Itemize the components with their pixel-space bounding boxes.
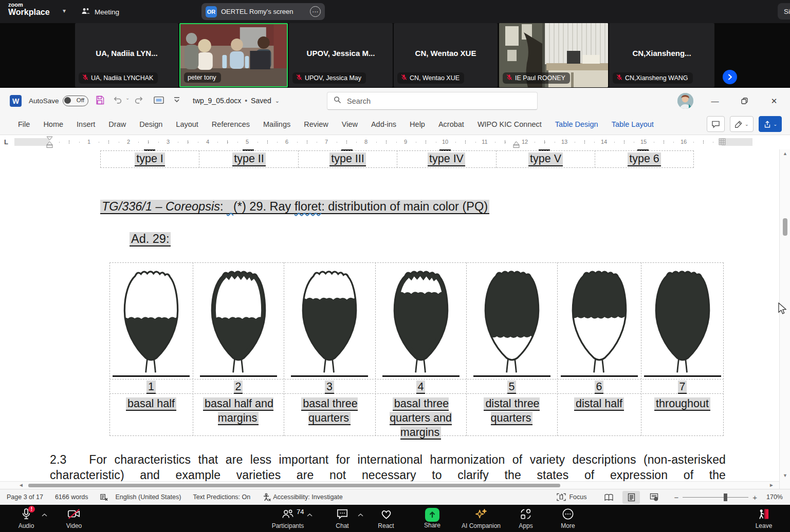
ruler-dots xyxy=(59,142,715,143)
participant-tile[interactable]: UPOV, Jessica M... UPOV, Jessica May xyxy=(289,23,393,87)
focus-button[interactable]: Focus xyxy=(557,493,586,501)
tab-file[interactable]: File xyxy=(11,120,36,128)
scroll-left-arrow[interactable]: ◄ xyxy=(19,482,24,488)
chat-button[interactable]: Chat xyxy=(319,506,366,531)
user-avatar[interactable] xyxy=(677,93,693,109)
minimize-button[interactable]: — xyxy=(703,88,727,114)
read-mode-button[interactable] xyxy=(600,491,617,504)
zoom-level[interactable]: 170% xyxy=(766,493,783,501)
restore-button[interactable] xyxy=(732,88,756,114)
print-layout-button[interactable] xyxy=(622,491,640,504)
figure-number: 7 xyxy=(641,380,724,394)
zoom-slider-thumb[interactable] xyxy=(724,493,727,501)
horizontal-scrollbar[interactable]: ◄ ► xyxy=(0,481,779,489)
autosave-toggle[interactable]: Off xyxy=(63,96,88,106)
zoom-in-icon[interactable]: + xyxy=(752,493,757,502)
tab-references[interactable]: References xyxy=(205,120,256,128)
chevron-down-icon[interactable]: ▾ xyxy=(63,7,66,14)
audio-button[interactable]: ! Audio xyxy=(3,506,50,531)
participant-tile-video[interactable]: peter tony xyxy=(179,23,288,87)
people-icon xyxy=(81,7,90,17)
reading-mode-icon[interactable] xyxy=(153,95,164,105)
spellcheck-squiggle xyxy=(227,200,233,213)
tab-meeting[interactable]: Meeting xyxy=(81,4,119,20)
scroll-up-arrow[interactable]: ▲ xyxy=(780,151,790,156)
search-box[interactable] xyxy=(327,92,538,110)
search-input[interactable] xyxy=(346,97,531,106)
tab-insert[interactable]: Insert xyxy=(70,120,102,128)
tab-home[interactable]: Home xyxy=(36,120,70,128)
muted-mic-icon xyxy=(616,74,622,82)
petal-drawing-basal-three-quarters-margins xyxy=(375,263,466,380)
redo-icon[interactable] xyxy=(133,95,144,105)
zoom-slider[interactable]: − + xyxy=(674,493,757,502)
horizontal-scroll-thumb[interactable] xyxy=(28,484,560,487)
tab-stop-selector[interactable]: L xyxy=(4,138,8,146)
figure-number: 3 xyxy=(284,380,375,394)
close-button[interactable]: ✕ xyxy=(762,88,786,114)
tab-draw[interactable]: Draw xyxy=(102,120,133,128)
video-button[interactable]: Video xyxy=(50,506,98,531)
scroll-down-arrow[interactable]: ▼ xyxy=(780,473,790,478)
participant-badge: IE Paul ROONEY xyxy=(503,72,570,84)
tab-addins[interactable]: Add-ins xyxy=(364,120,403,128)
participant-tile[interactable]: CN,Xiansheng... CN,Xiansheng WANG xyxy=(609,23,714,87)
participant-tile[interactable]: CN, Wentao XUE CN, Wentao XUE xyxy=(394,23,498,87)
share-button[interactable]: ⌄ xyxy=(759,116,782,132)
figure-label: basal half xyxy=(109,394,193,411)
next-participants-button[interactable] xyxy=(723,70,737,84)
editing-mode-button[interactable]: ⌄ xyxy=(730,116,754,132)
vertical-scrollbar[interactable]: ▲ ▼ xyxy=(779,149,790,489)
react-button[interactable]: React xyxy=(362,506,410,531)
word-count[interactable]: 6166 words xyxy=(55,493,88,501)
share-screen-button[interactable]: Share xyxy=(409,506,456,531)
tab-layout[interactable]: Layout xyxy=(169,120,205,128)
table-cell: type V xyxy=(496,151,595,167)
comments-button[interactable] xyxy=(707,116,725,132)
document-title[interactable]: twp_9_05.docx • Saved ⌄ xyxy=(193,97,280,105)
tab-shared-screen[interactable]: OR OERTEL Romy's screen ⋯ xyxy=(201,3,325,20)
tab-design[interactable]: Design xyxy=(133,120,169,128)
zoom-out-icon[interactable]: − xyxy=(674,493,678,502)
vertical-scroll-thumb[interactable] xyxy=(783,218,787,236)
scroll-right-arrow[interactable]: ► xyxy=(769,482,774,488)
indent-marker[interactable] xyxy=(46,136,53,148)
accessibility-status[interactable]: Accessibility: Investigate xyxy=(273,493,342,501)
page-indicator[interactable]: Page 3 of 17 xyxy=(7,493,43,501)
right-indent-marker[interactable] xyxy=(512,141,520,148)
tab-mailings[interactable]: Mailings xyxy=(256,120,297,128)
tab-help[interactable]: Help xyxy=(403,120,432,128)
participant-tile-video[interactable]: IE Paul ROONEY xyxy=(499,23,608,87)
leave-button[interactable]: Leave xyxy=(740,506,787,531)
tab-review[interactable]: Review xyxy=(297,120,335,128)
accessibility-icon[interactable] xyxy=(263,493,271,502)
audio-chevron-icon[interactable] xyxy=(41,513,48,517)
document-canvas: type I type II type III type IV type V t… xyxy=(0,149,779,481)
customize-toolbar-icon[interactable] xyxy=(173,95,181,104)
tab-table-layout[interactable]: Table Layout xyxy=(605,120,660,128)
tab-wipo-kic-connect[interactable]: WIPO KIC Connect xyxy=(471,120,548,128)
more-button[interactable]: More xyxy=(544,506,592,531)
participants-chevron-icon[interactable] xyxy=(306,513,313,517)
text-predictions[interactable]: Text Predictions: On xyxy=(193,493,250,501)
undo-icon[interactable] xyxy=(113,95,123,105)
participant-tile[interactable]: UA, Nadiia LYN... UA, Nadiia LYNCHAK xyxy=(75,23,178,87)
proofing-icon[interactable] xyxy=(100,493,108,502)
language-indicator[interactable]: English (United States) xyxy=(116,493,181,501)
figure-label: throughout xyxy=(641,394,724,411)
participants-button[interactable]: 74 Participants xyxy=(260,506,316,531)
figure-baseline xyxy=(113,375,190,377)
signin-button-partial[interactable]: Si xyxy=(778,3,790,20)
search-icon xyxy=(334,96,341,106)
ai-companion-button[interactable]: AI Companion xyxy=(457,506,505,531)
undo-chevron-icon[interactable]: ⌄ xyxy=(125,95,130,101)
tab-table-design[interactable]: Table Design xyxy=(548,120,605,128)
web-layout-button[interactable] xyxy=(645,491,663,504)
apps-button[interactable]: Apps xyxy=(502,506,549,531)
ellipsis-icon[interactable]: ⋯ xyxy=(310,6,321,17)
save-icon[interactable] xyxy=(95,95,105,105)
table-column-marker[interactable] xyxy=(719,138,726,145)
zoom-slider-track[interactable] xyxy=(683,497,748,498)
tab-acrobat[interactable]: Acrobat xyxy=(432,120,471,128)
tab-view[interactable]: View xyxy=(335,120,364,128)
